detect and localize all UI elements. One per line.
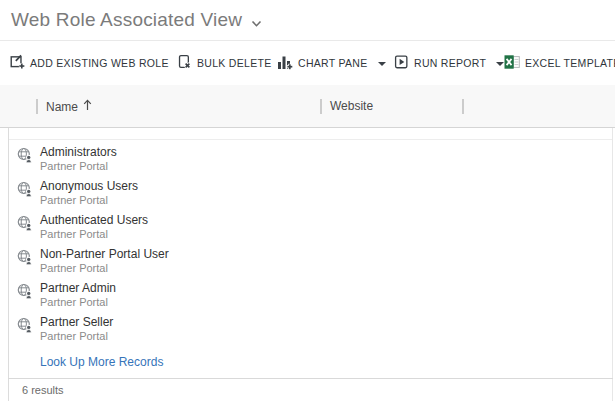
chart-pane-button[interactable]: CHART PANE — [277, 41, 386, 85]
run-report-icon — [394, 54, 409, 72]
toolbar-button-label: EXCEL TEMPLATES — [525, 57, 615, 69]
record-name: Administrators — [40, 146, 117, 159]
column-separator — [320, 99, 322, 114]
sort-ascending-icon — [83, 99, 92, 114]
view-selector[interactable]: Web Role Associated View — [11, 7, 262, 33]
add-existing-web-role-button[interactable]: ADD EXISTING WEB ROLE — [10, 41, 169, 85]
excel-templates-button[interactable]: EXCEL TEMPLATES — [504, 41, 615, 85]
record-website: Partner Portal — [40, 330, 113, 343]
web-role-associated-view-panel: Web Role Associated View ADD EXISTING WE… — [0, 0, 615, 401]
command-bar: ADD EXISTING WEB ROLE BULK DELETE — [0, 41, 615, 85]
toolbar-button-label: ADD EXISTING WEB ROLE — [30, 57, 169, 69]
column-header-label: Website — [330, 99, 373, 113]
record-website: Partner Portal — [40, 262, 169, 275]
web-role-globe-user-icon — [17, 283, 33, 303]
record-name: Partner Admin — [40, 282, 116, 295]
excel-templates-icon — [504, 54, 520, 72]
record-website: Partner Portal — [40, 194, 138, 207]
bulk-delete-icon — [177, 54, 192, 72]
column-header-name[interactable]: Name — [46, 99, 92, 114]
chart-pane-icon — [277, 54, 293, 72]
look-up-more-records-link[interactable]: Look Up More Records — [40, 355, 163, 369]
chevron-down-icon[interactable] — [251, 11, 262, 33]
table-row[interactable]: Administrators Partner Portal — [9, 140, 612, 174]
web-role-globe-user-icon — [17, 147, 33, 167]
grid-top-strip — [9, 128, 612, 140]
dropdown-caret-icon — [378, 62, 386, 66]
grid-header: Name Website — [0, 85, 615, 128]
toolbar-button-label: CHART PANE — [298, 57, 368, 69]
results-count: 6 results — [22, 384, 64, 396]
column-separator — [462, 99, 464, 114]
record-name: Partner Seller — [40, 316, 113, 329]
record-website: Partner Portal — [40, 228, 148, 241]
record-name: Non-Partner Portal User — [40, 248, 169, 261]
add-existing-web-role-icon — [10, 54, 25, 72]
web-role-globe-user-icon — [17, 215, 33, 235]
web-role-globe-user-icon — [17, 317, 33, 337]
table-row[interactable]: Partner Seller Partner Portal — [9, 310, 612, 344]
column-header-label: Name — [46, 100, 78, 114]
table-row[interactable]: Anonymous Users Partner Portal — [9, 174, 612, 208]
web-role-globe-user-icon — [17, 249, 33, 269]
column-separator — [36, 99, 38, 114]
record-name: Anonymous Users — [40, 180, 138, 193]
record-website: Partner Portal — [40, 296, 116, 309]
page-title: Web Role Associated View — [11, 9, 242, 31]
toolbar-button-label: BULK DELETE — [197, 57, 272, 69]
record-grid: Administrators Partner Portal Anonymous … — [8, 128, 613, 401]
record-website: Partner Portal — [40, 160, 117, 173]
toolbar-button-label: RUN REPORT — [414, 57, 486, 69]
table-row[interactable]: Authenticated Users Partner Portal — [9, 208, 612, 242]
record-name: Authenticated Users — [40, 214, 148, 227]
column-header-website[interactable]: Website — [330, 99, 373, 113]
table-row[interactable]: Non-Partner Portal User Partner Portal — [9, 242, 612, 276]
run-report-button[interactable]: RUN REPORT — [394, 41, 504, 85]
footer-divider — [8, 378, 613, 379]
table-row[interactable]: Partner Admin Partner Portal — [9, 276, 612, 310]
bulk-delete-button[interactable]: BULK DELETE — [177, 41, 272, 85]
web-role-globe-user-icon — [17, 181, 33, 201]
